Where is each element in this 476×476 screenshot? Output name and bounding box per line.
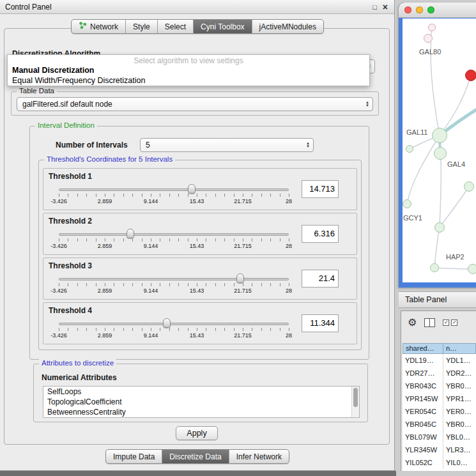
cell-name[interactable]: YER0…: [443, 405, 476, 418]
slider-track[interactable]: [59, 233, 289, 236]
cell-shared-name[interactable]: YDL19…: [403, 354, 443, 367]
threshold-slider[interactable]: -3.4262.8599.14415.4321.71528: [54, 272, 295, 299]
slider-track[interactable]: [59, 323, 289, 325]
network-node[interactable]: [464, 181, 474, 192]
list-item-betweennesscentrality[interactable]: BetweennessCentrality: [43, 407, 359, 417]
cell-shared-name[interactable]: YBR043C: [403, 380, 443, 392]
cell-name[interactable]: YBR0…: [443, 380, 476, 392]
cell-name[interactable]: YBL0…: [443, 431, 476, 443]
slider-track[interactable]: [59, 188, 289, 191]
cell-name[interactable]: YIL0…: [443, 456, 476, 469]
background-strip: [0, 471, 396, 476]
table-row[interactable]: YER054CYER0…: [403, 405, 476, 418]
tab-network[interactable]: Network: [72, 20, 125, 33]
cell-name[interactable]: YDR2…: [443, 367, 476, 380]
slider-thumb[interactable]: [188, 184, 196, 194]
network-node[interactable]: [432, 128, 447, 143]
table-row[interactable]: YBL079WYBL0…: [403, 431, 476, 443]
cell-shared-name[interactable]: YBR045C: [403, 418, 443, 431]
cell-shared-name[interactable]: YPR145W: [403, 392, 443, 405]
number-of-intervals-combobox[interactable]: 5 ▲▼: [140, 138, 314, 152]
numerical-attributes-list[interactable]: SelfLoopsTopologicalCoefficientBetweenne…: [43, 386, 360, 418]
gear-icon[interactable]: ⚙: [408, 318, 417, 328]
table-data-combobox[interactable]: galFiltered.sif default node ▲▼: [17, 97, 373, 111]
table-row[interactable]: YLR345WYLR3…: [403, 443, 476, 456]
bottom-tab-impute-data[interactable]: Impute Data: [106, 450, 162, 463]
cell-name[interactable]: YLR3…: [443, 443, 476, 456]
apply-button[interactable]: Apply: [176, 426, 218, 440]
tab-select[interactable]: Select: [157, 20, 193, 33]
tick-label: 9.144: [144, 243, 158, 249]
slider-thumb[interactable]: [127, 229, 134, 238]
threshold-slider[interactable]: -3.4262.8599.14415.4321.71528: [54, 227, 295, 254]
threshold-value-input[interactable]: 6.316: [302, 225, 339, 243]
network-node[interactable]: [406, 145, 413, 153]
network-node[interactable]: [424, 34, 433, 43]
dropdown-item-equal-width-frequency-discretization[interactable]: Equal Width/Frequency Discretization: [8, 75, 369, 86]
tick-label: 28: [286, 288, 292, 294]
threshold-value-input[interactable]: 21.4: [302, 270, 339, 288]
threshold-slider[interactable]: -3.4262.8599.14415.4321.71528: [54, 183, 295, 210]
checkbox-icon[interactable]: ✓: [443, 319, 449, 326]
float-window-icon[interactable]: □: [372, 3, 377, 11]
network-window-titlebar: [399, 3, 476, 18]
tab-jactivemnodules[interactable]: jActiveMNodules: [252, 20, 323, 33]
table-header-row: shared… n…: [403, 343, 476, 354]
columns-icon[interactable]: [424, 318, 435, 327]
slider-ticks: [59, 194, 289, 197]
cell-name[interactable]: YDL1…: [443, 354, 476, 367]
tab-cyni-toolbox[interactable]: Cyni Toolbox: [193, 20, 251, 33]
table-row[interactable]: YDR27…YDR2…: [403, 367, 476, 380]
table-row[interactable]: YDL19…YDL1…: [403, 354, 476, 367]
tick-label: 28: [286, 243, 292, 249]
minimize-button[interactable]: [416, 6, 423, 13]
cell-shared-name[interactable]: YER054C: [403, 405, 443, 418]
table-row[interactable]: YBR045CYBR0…: [403, 418, 476, 431]
table-row[interactable]: YIL052CYIL0…: [403, 456, 476, 469]
threshold-value-input[interactable]: 14.713: [302, 180, 339, 198]
dropdown-item-manual-discretization[interactable]: Manual Discretization: [8, 65, 369, 75]
slider-track[interactable]: [59, 278, 289, 280]
network-node[interactable]: [428, 24, 436, 31]
list-item-topologicalcoefficient[interactable]: TopologicalCoefficient: [43, 397, 359, 407]
bottom-tab-discretize-data[interactable]: Discretize Data: [162, 450, 228, 463]
slider-thumb[interactable]: [236, 273, 244, 283]
scrollbar-thumb[interactable]: [353, 388, 358, 407]
threshold-value-input[interactable]: 11.344: [302, 314, 339, 332]
cell-name[interactable]: YPR1…: [443, 392, 476, 405]
attribute-items: SelfLoopsTopologicalCoefficientBetweenne…: [43, 387, 359, 417]
network-node[interactable]: [468, 264, 476, 274]
table-row[interactable]: YBR043CYBR0…: [403, 380, 476, 392]
bottom-tab-infer-network[interactable]: Infer Network: [229, 450, 289, 463]
tick-label: 2.859: [98, 332, 112, 339]
tab-style[interactable]: Style: [125, 20, 157, 33]
column-header-shared-name[interactable]: shared…: [403, 343, 443, 354]
cell-name[interactable]: YBR0…: [443, 418, 476, 431]
table-row[interactable]: YPR145WYPR1…: [403, 392, 476, 405]
cell-shared-name[interactable]: YIL052C: [403, 456, 443, 469]
network-node[interactable]: [465, 70, 476, 81]
network-node[interactable]: [403, 199, 411, 208]
close-icon[interactable]: ×: [383, 3, 388, 12]
checkbox-icon[interactable]: ✓: [451, 319, 457, 326]
number-of-intervals-label: Number of Intervals: [56, 141, 128, 150]
control-panel-window: Control Panel □ × NetworkStyleSelectCyni…: [0, 0, 395, 471]
control-panel-titlebar: Control Panel □ ×: [0, 0, 394, 14]
table-rows: YDL19…YDL1…YDR27…YDR2…YBR043CYBR0…YPR145…: [403, 354, 476, 471]
numerical-attributes-label: Numerical Attributes: [42, 373, 117, 382]
network-canvas[interactable]: GAL80GAL11GAL4GCY1HAP2: [403, 19, 476, 282]
close-button[interactable]: [404, 6, 411, 13]
list-item-selfloops[interactable]: SelfLoops: [43, 387, 359, 397]
cell-shared-name[interactable]: YBL079W: [403, 431, 443, 443]
network-node[interactable]: [430, 263, 439, 272]
cell-shared-name[interactable]: YDR27…: [403, 367, 443, 380]
zoom-button[interactable]: [427, 6, 434, 13]
column-header-name[interactable]: n…: [443, 343, 476, 354]
threshold-slider[interactable]: -3.4262.8599.14415.4321.71528: [54, 317, 295, 344]
slider-thumb[interactable]: [163, 318, 171, 328]
network-node[interactable]: [434, 222, 445, 233]
number-of-intervals-value: 5: [141, 141, 303, 150]
list-scrollbar[interactable]: [351, 387, 359, 417]
network-node[interactable]: [434, 147, 447, 160]
cell-shared-name[interactable]: YLR345W: [403, 443, 443, 456]
